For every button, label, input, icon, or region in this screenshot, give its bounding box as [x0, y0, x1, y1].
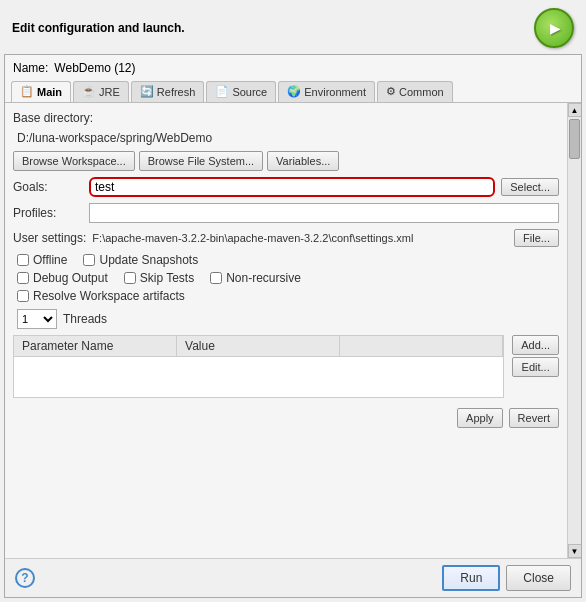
user-settings-file-button[interactable]: File... [514, 229, 559, 247]
browse-workspace-button[interactable]: Browse Workspace... [13, 151, 135, 171]
browse-filesystem-button[interactable]: Browse File System... [139, 151, 263, 171]
param-name-col-header: Parameter Name [14, 336, 177, 356]
goals-input[interactable] [89, 177, 495, 197]
jre-tab-icon: ☕ [82, 85, 96, 98]
scrollbar-down-button[interactable]: ▼ [568, 544, 582, 558]
offline-checkbox[interactable] [17, 254, 29, 266]
offline-checkbox-item[interactable]: Offline [17, 253, 67, 267]
help-icon[interactable]: ? [15, 568, 35, 588]
add-parameter-button[interactable]: Add... [512, 335, 559, 355]
environment-tab-label: Environment [304, 86, 366, 98]
update-snapshots-checkbox-item[interactable]: Update Snapshots [83, 253, 198, 267]
debug-output-label: Debug Output [33, 271, 108, 285]
profiles-label: Profiles: [13, 206, 83, 220]
scrollbar[interactable]: ▲ ▼ [567, 103, 581, 558]
main-tab-icon: 📋 [20, 85, 34, 98]
table-body [14, 357, 503, 397]
source-tab-label: Source [232, 86, 267, 98]
threads-label: Threads [63, 312, 107, 326]
apply-button[interactable]: Apply [457, 408, 503, 428]
user-settings-value: F:\apache-maven-3.2.2-bin\apache-maven-3… [92, 232, 508, 244]
name-label: Name: [13, 61, 48, 75]
tab-jre[interactable]: ☕ JRE [73, 81, 129, 102]
offline-label: Offline [33, 253, 67, 267]
skip-tests-checkbox[interactable] [124, 272, 136, 284]
play-button[interactable] [534, 8, 574, 48]
name-value: WebDemo (12) [54, 61, 135, 75]
non-recursive-checkbox[interactable] [210, 272, 222, 284]
goals-label: Goals: [13, 180, 83, 194]
skip-tests-label: Skip Tests [140, 271, 194, 285]
close-button[interactable]: Close [506, 565, 571, 591]
tab-environment[interactable]: 🌍 Environment [278, 81, 375, 102]
update-snapshots-checkbox[interactable] [83, 254, 95, 266]
threads-select[interactable]: 1 2 4 [17, 309, 57, 329]
user-settings-label: User settings: [13, 231, 86, 245]
skip-tests-checkbox-item[interactable]: Skip Tests [124, 271, 194, 285]
extra-col-header [340, 336, 503, 356]
revert-button[interactable]: Revert [509, 408, 559, 428]
common-tab-icon: ⚙ [386, 85, 396, 98]
refresh-tab-icon: 🔄 [140, 85, 154, 98]
resolve-workspace-label: Resolve Workspace artifacts [33, 289, 185, 303]
run-button[interactable]: Run [442, 565, 500, 591]
resolve-workspace-checkbox-item[interactable]: Resolve Workspace artifacts [17, 289, 185, 303]
tab-main[interactable]: 📋 Main [11, 81, 71, 102]
refresh-tab-label: Refresh [157, 86, 196, 98]
main-tab-label: Main [37, 86, 62, 98]
tab-source[interactable]: 📄 Source [206, 81, 276, 102]
tabs-bar: 📋 Main ☕ JRE 🔄 Refresh 📄 Source 🌍 Enviro… [5, 81, 581, 103]
source-tab-icon: 📄 [215, 85, 229, 98]
scrollbar-track[interactable] [568, 117, 581, 544]
page-title: Edit configuration and launch. [12, 21, 185, 35]
value-col-header: Value [177, 336, 340, 356]
tab-common[interactable]: ⚙ Common [377, 81, 453, 102]
non-recursive-label: Non-recursive [226, 271, 301, 285]
environment-tab-icon: 🌍 [287, 85, 301, 98]
debug-output-checkbox-item[interactable]: Debug Output [17, 271, 108, 285]
debug-output-checkbox[interactable] [17, 272, 29, 284]
goals-select-button[interactable]: Select... [501, 178, 559, 196]
edit-parameter-button[interactable]: Edit... [512, 357, 559, 377]
profiles-input[interactable] [89, 203, 559, 223]
non-recursive-checkbox-item[interactable]: Non-recursive [210, 271, 301, 285]
base-directory-label: Base directory: [13, 111, 559, 125]
scrollbar-up-button[interactable]: ▲ [568, 103, 582, 117]
parameter-table: Parameter Name Value [13, 335, 504, 398]
common-tab-label: Common [399, 86, 444, 98]
tab-refresh[interactable]: 🔄 Refresh [131, 81, 205, 102]
base-directory-value: D:/luna-workspace/spring/WebDemo [13, 129, 559, 147]
update-snapshots-label: Update Snapshots [99, 253, 198, 267]
jre-tab-label: JRE [99, 86, 120, 98]
scrollbar-thumb[interactable] [569, 119, 580, 159]
variables-button[interactable]: Variables... [267, 151, 339, 171]
resolve-workspace-checkbox[interactable] [17, 290, 29, 302]
